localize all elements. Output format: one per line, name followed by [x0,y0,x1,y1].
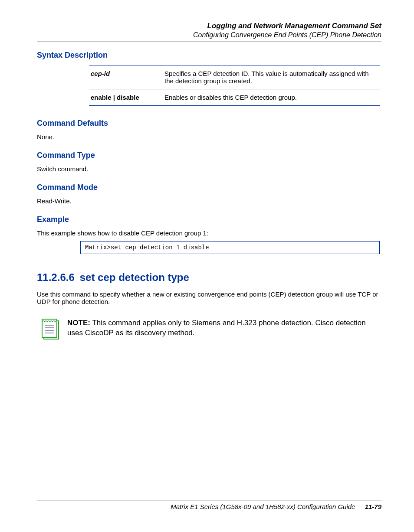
footer-guide: Matrix E1 Series (1G58x-09 and 1H582-xx)… [171,503,355,510]
syntax-table: cep-id Specifies a CEP detection ID. Thi… [89,65,380,106]
command-type-heading: Command Type [37,151,381,160]
section-subtitle: Configuring Convergence End Points (CEP)… [37,31,381,39]
syntax-row: cep-id Specifies a CEP detection ID. Thi… [89,65,380,89]
note-label: NOTE: [67,319,90,327]
param-desc: Enables or disables this CEP detection g… [163,89,380,106]
header-rule [37,42,381,42]
footer-page: 11-79 [365,503,381,510]
section-number: 11.2.6.6 [37,271,75,283]
note-block: NOTE: This command applies only to Sieme… [41,318,377,343]
param-desc: Specifies a CEP detection ID. This value… [163,65,380,89]
chapter-title: Logging and Network Management Command S… [37,22,381,30]
syntax-description-heading: Syntax Description [37,51,381,60]
section-title: set cep detection type [80,271,189,283]
example-heading: Example [37,215,381,224]
note-icon [41,318,60,343]
example-intro: This example shows how to disable CEP de… [37,229,381,237]
command-mode-heading: Command Mode [37,183,381,192]
example-code: Matrix>set cep detection 1 disable [85,244,209,251]
note-text-container: NOTE: This command applies only to Sieme… [67,318,377,338]
footer-rule [37,500,381,500]
page-footer: Matrix E1 Series (1G58x-09 and 1H582-xx)… [37,500,381,510]
note-body: This command applies only to Siemens and… [67,319,366,337]
command-defaults-text: None. [37,133,381,140]
section-body: Use this command to specify whether a ne… [37,290,381,305]
example-code-box: Matrix>set cep detection 1 disable [80,241,380,254]
command-defaults-heading: Command Defaults [37,119,381,128]
section-heading: 11.2.6.6set cep detection type [37,271,381,284]
command-mode-text: Read-Write. [37,197,381,205]
param-name: enable | disable [91,94,139,101]
command-type-text: Switch command. [37,165,381,173]
running-header: Logging and Network Management Command S… [37,22,381,39]
param-name: cep-id [91,70,110,77]
syntax-row: enable | disable Enables or disables thi… [89,89,380,106]
